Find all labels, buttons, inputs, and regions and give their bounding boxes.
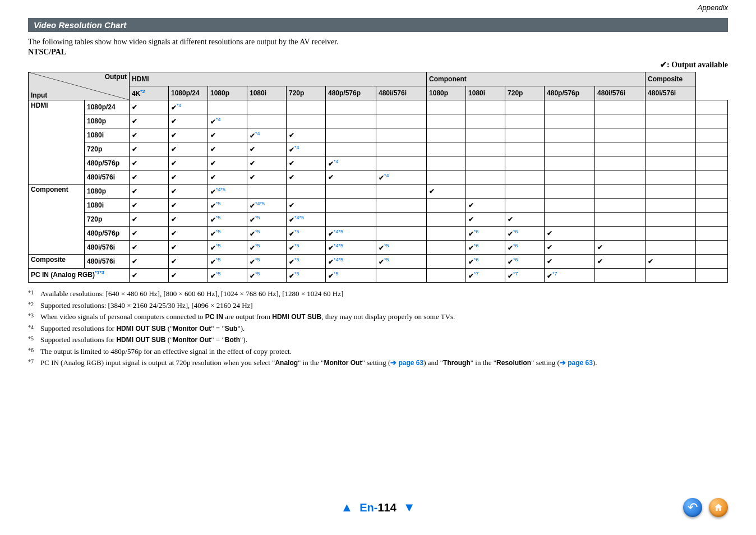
cell — [646, 100, 696, 114]
cell — [466, 213, 505, 227]
cell — [169, 199, 208, 213]
cell — [130, 269, 169, 283]
cell — [169, 227, 208, 241]
cell — [545, 128, 595, 142]
cell — [208, 170, 247, 185]
cell — [326, 199, 376, 213]
check-icon — [250, 216, 255, 224]
cell — [646, 170, 696, 185]
footnote-text: Available resolutions: [640 × 480 60 Hz]… — [40, 288, 343, 299]
cell — [545, 114, 595, 128]
cell: *4*5 — [208, 185, 247, 199]
check-icon — [132, 131, 137, 139]
cell: *5 — [247, 227, 287, 241]
footnote: *3When video signals of personal compute… — [28, 311, 728, 322]
appendix-label: Appendix — [698, 3, 728, 12]
cell — [427, 170, 466, 185]
table-row: PC IN (Analog RGB)*1*3*5*5*5*5*7*7*7 — [29, 269, 728, 283]
check-icon — [468, 201, 474, 209]
input-group: Component — [29, 185, 85, 255]
next-page-icon[interactable]: ▼ — [403, 500, 416, 515]
page-link[interactable]: page 63 — [398, 359, 423, 367]
input-group: PC IN (Analog RGB)*1*3 — [29, 269, 130, 283]
cell — [247, 185, 287, 199]
check-icon — [171, 159, 177, 167]
footnote-key: *7 — [28, 357, 40, 368]
footnote: *7PC IN (Analog RGB) input signal is out… — [28, 357, 728, 368]
cell — [376, 156, 427, 170]
page-number: En-114 — [359, 501, 397, 514]
check-icon — [132, 201, 137, 209]
cell: *4*5 — [326, 241, 376, 255]
cell — [545, 156, 595, 170]
cell — [505, 128, 545, 142]
footnote-key: *1 — [28, 288, 40, 299]
check-icon — [132, 145, 137, 153]
footnote-text: PC IN (Analog RGB) input signal is outpu… — [40, 357, 597, 368]
check-icon — [289, 146, 294, 154]
cell — [326, 128, 376, 142]
check-icon — [597, 243, 603, 251]
footnote-text: Supported resolutions: [3840 × 2160 24/2… — [40, 300, 253, 311]
check-icon — [132, 173, 137, 181]
home-button[interactable] — [709, 498, 728, 517]
ntsc-pal-label: NTSC/PAL — [28, 48, 728, 57]
check-icon — [171, 187, 177, 195]
col-header: 4K*2 — [130, 86, 169, 100]
group-hdmi: HDMI — [130, 72, 427, 86]
table-row: 720p*5*5*4*5 — [29, 213, 728, 227]
footnote-text: Supported resolutions for HDMI OUT SUB (… — [40, 334, 247, 345]
col-header: 1080i — [466, 86, 505, 100]
check-icon — [289, 244, 294, 252]
input-res: 1080p/24 — [85, 100, 130, 114]
cell — [130, 128, 169, 142]
input-res: 480i/576i — [85, 255, 130, 269]
check-icon — [210, 244, 216, 252]
cell — [595, 255, 646, 269]
prev-page-icon[interactable]: ▲ — [340, 500, 353, 515]
cell: *5 — [247, 213, 287, 227]
check-icon — [210, 230, 216, 238]
cell — [595, 213, 646, 227]
check-icon — [132, 159, 137, 167]
page-link[interactable]: page 63 — [568, 359, 593, 367]
check-icon — [250, 272, 255, 280]
back-button[interactable]: ↶ — [683, 498, 702, 517]
cell — [646, 241, 696, 255]
cell: *6 — [466, 255, 505, 269]
col-header: 480p/576p — [326, 86, 376, 100]
cell — [376, 128, 427, 142]
check-icon — [468, 244, 474, 252]
table-row: 480i/576i*5*5*5*4*5*5*6*6 — [29, 241, 728, 255]
table-row: 480p/576p*4 — [29, 156, 728, 170]
footnote-key: *6 — [28, 346, 40, 357]
cell: *7 — [466, 269, 505, 283]
check-icon — [132, 243, 137, 251]
check-icon — [250, 230, 255, 238]
cell — [466, 170, 505, 185]
check-icon — [508, 215, 513, 223]
cell — [646, 185, 696, 199]
cell — [427, 100, 466, 114]
table-row: 720p*4 — [29, 142, 728, 156]
col-header: 720p — [505, 86, 545, 100]
cell: *6 — [466, 227, 505, 241]
footnote-text: Supported resolutions for HDMI OUT SUB (… — [40, 323, 245, 334]
cell: *4*5 — [287, 213, 326, 227]
cell — [427, 156, 466, 170]
cell — [466, 114, 505, 128]
col-header: 720p — [287, 86, 326, 100]
output-label: Output — [105, 73, 127, 81]
cell — [646, 128, 696, 142]
cell — [208, 100, 247, 114]
cell: *5 — [208, 199, 247, 213]
cell — [376, 100, 427, 114]
cell — [505, 185, 545, 199]
check-icon — [171, 243, 177, 251]
cell — [696, 227, 728, 241]
cell — [595, 269, 646, 283]
cell — [130, 255, 169, 269]
check-icon — [328, 173, 334, 181]
cell — [169, 255, 208, 269]
cell: *5 — [208, 255, 247, 269]
